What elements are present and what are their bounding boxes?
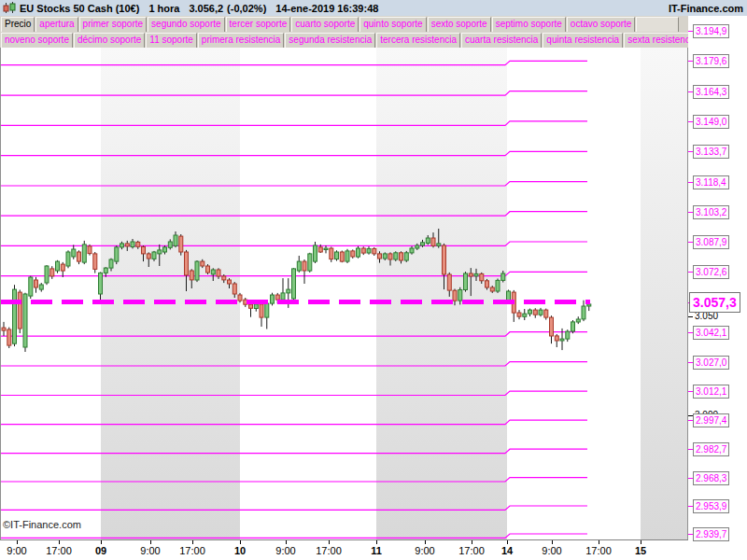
candlestick-icon [3,2,16,14]
chart-plot-area[interactable]: ©IT-Finance.com [0,48,688,539]
pivot-level-label: 2.939,7 [693,527,729,541]
time-axis-label: 9:00 [265,545,306,556]
toolbar-button-octavo-soporte[interactable]: octavo soporte [567,17,636,32]
time-axis-label: 09 [80,545,121,556]
time-axis-tick [552,540,553,544]
timeframe-label: 1 hora [148,3,179,14]
toolbar-button-quinto-soporte[interactable]: quinto soporte [359,17,426,32]
time-axis-tick [507,540,508,544]
toolbar-button-primera-resistencia[interactable]: primera resistencia [198,33,284,48]
toolbar-button-quinta-resistencia[interactable]: quinta resistencia [543,33,623,48]
time-axis-tick [240,540,241,544]
toolbar-button-sexta-resistencia[interactable]: sexta resistencia [624,33,688,48]
pivot-level-label: 3.133,7 [693,145,729,159]
pivot-level-label: 3.103,2 [693,205,729,219]
time-axis-tick [376,540,377,544]
time-axis-label: 17:00 [578,545,619,556]
indicator-toolbar-row-2: noveno soportedécimo soporte11 soportepr… [0,32,688,48]
time-axis-label: 9:00 [0,545,37,556]
pivot-level-label: 3.087,9 [693,235,729,249]
time-axis-label: 10 [219,545,261,556]
time-axis[interactable]: 9:0017:00099:0017:00109:0017:00119:0017:… [0,539,688,560]
time-axis-label: 11 [356,545,397,556]
brand-label: IT-Finance.com [669,3,743,14]
toolbar-button-empty[interactable] [636,17,679,32]
datetime-label: 14-ene-2019 16:39:48 [275,3,378,14]
toolbar-button-segundo-soporte[interactable]: segundo soporte [148,17,225,32]
time-axis-tick [101,540,102,544]
pivot-level-label: 2.997,4 [693,413,729,427]
toolbar-button-segunda-resistencia[interactable]: segunda resistencia [285,33,375,48]
time-axis-tick [599,540,599,544]
price-axis-label: 3.050 [695,311,718,321]
candlestick-chart[interactable] [0,48,688,539]
title-bar: EU Stocks 50 Cash (10€) 1 hora 3.056,2 (… [0,0,747,16]
pivot-level-label: 3.072,6 [693,265,729,279]
toolbar-button-apertura[interactable]: apertura [35,17,78,32]
pivot-level-label: 3.164,3 [693,85,729,99]
time-axis-tick [192,540,193,544]
time-axis-label: 9:00 [130,545,171,556]
toolbar-button-tercera-resistencia[interactable]: tercera resistencia [376,33,460,48]
pivot-level-label: 3.027,0 [693,356,729,370]
pivot-level-label: 3.194,9 [693,24,729,38]
pivot-level-label: 3.179,6 [693,54,729,68]
indicator-toolbar-row-1: Precioaperturaprimer soportesegundo sopo… [0,16,688,32]
toolbar-button-primer-soporte[interactable]: primer soporte [79,17,147,32]
time-axis-tick [641,540,641,544]
toolbar-button-septimo-soporte[interactable]: septimo soporte [492,17,566,32]
price-axis-tick [688,316,693,317]
pivot-level-label: 3.118,4 [693,175,729,189]
time-axis-label: 9:00 [531,545,572,556]
time-axis-tick [472,540,472,544]
pivot-level-label: 3.012,1 [693,385,729,399]
time-axis-tick [150,540,151,544]
current-price-label: 3.057,3 [689,292,740,313]
time-axis-label: 17:00 [172,545,213,556]
time-axis-label: 15 [620,545,661,556]
time-axis-tick [425,540,426,544]
time-axis-tick [59,540,60,544]
toolbar-button-11-soporte[interactable]: 11 soporte [146,33,197,48]
toolbar-button-sexto-soporte[interactable]: sexto soporte [428,17,491,32]
pivot-level-label: 2.968,3 [693,471,729,485]
instrument-name: EU Stocks 50 Cash (10€) [20,3,139,14]
toolbar-button-cuarta-resistencia[interactable]: cuarta resistencia [461,33,542,48]
time-axis-label: 14 [486,545,528,556]
time-axis-tick [329,540,330,544]
pivot-level-label: 3.042,1 [693,326,729,340]
pivot-level-label: 2.982,7 [693,442,729,456]
watermark: ©IT-Finance.com [3,519,81,530]
toolbar-button-tercer-soporte[interactable]: tercer soporte [226,17,291,32]
time-axis-label: 17:00 [308,545,349,556]
time-axis-tick [17,540,18,544]
toolbar-button-cuarto-soporte[interactable]: cuarto soporte [291,17,359,32]
day-shading-bands [101,48,688,539]
price-scale[interactable]: 3.0503.0003.194,93.179,63.164,33.149,03.… [688,16,747,560]
toolbar-button-noveno-soporte[interactable]: noveno soporte [1,33,73,48]
time-axis-label: 17:00 [38,545,79,556]
pivot-level-label: 2.953,9 [693,499,729,513]
time-axis-label: 9:00 [404,545,445,556]
toolbar-button-precio[interactable]: Precio [1,17,35,32]
last-price: 3.056,2 [189,3,223,14]
pivot-level-label: 3.149,0 [693,115,729,129]
time-axis-tick [286,540,287,544]
toolbar-button-d-cimo-soporte[interactable]: décimo soporte [74,33,145,48]
price-change: (-0,02%) [227,3,266,14]
